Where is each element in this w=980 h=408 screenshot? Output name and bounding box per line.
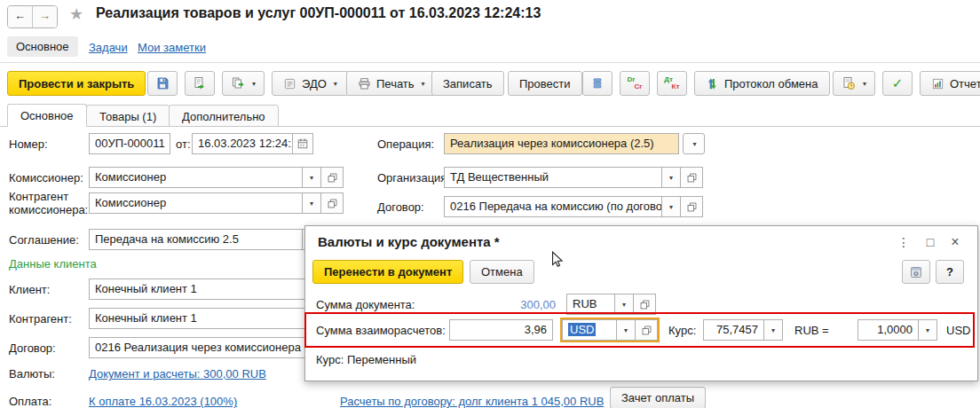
confirm-button[interactable]: ✓: [882, 71, 913, 96]
settlement-currency-focus-ring: USD ▾: [560, 318, 660, 342]
favorite-star-icon[interactable]: ★: [69, 4, 83, 24]
commissioner-counterparty-group: Комиссионер ▾: [89, 192, 344, 214]
drcr-entries-button[interactable]: Dr Cr: [620, 71, 650, 96]
settlement-currency-dropdown-button[interactable]: ▾: [616, 319, 636, 341]
cancel-button[interactable]: Отмена: [470, 260, 534, 284]
exchange-arrows-icon: [706, 77, 719, 90]
settlement-currency-select[interactable]: USD: [562, 319, 617, 341]
post-document-button[interactable]: [185, 71, 215, 96]
date-input[interactable]: 16.03.2023 12:24:13: [192, 133, 293, 154]
reports-button[interactable]: Отчеты: [920, 71, 980, 96]
rate-type-text: Курс: Переменный: [316, 353, 416, 366]
exchange-protocol-button[interactable]: Протокол обмена: [694, 71, 830, 96]
forward-button[interactable]: →: [33, 6, 57, 27]
commissioner-counterparty-open-button[interactable]: [320, 192, 344, 214]
organization-input[interactable]: ТД Вещественный: [444, 167, 662, 188]
help-button[interactable]: ?: [936, 260, 964, 284]
rate-input[interactable]: 75,7457: [703, 319, 764, 341]
operation-label: Операция:: [377, 137, 434, 151]
doc-currency-select[interactable]: RUB: [566, 294, 615, 315]
transfer-to-document-button[interactable]: Перенести в документ: [312, 260, 463, 284]
tab-main[interactable]: Основное: [7, 104, 87, 127]
tab-additional[interactable]: Дополнительно: [169, 105, 279, 127]
payment-label: Оплата:: [9, 395, 51, 408]
doc-amount-value: 300,00: [467, 298, 556, 311]
nav-tab-tasks[interactable]: Задачи: [89, 41, 128, 54]
reports-label: Отчеты: [950, 77, 980, 90]
create-based-on-button[interactable]: ▾: [222, 71, 265, 96]
number-input[interactable]: 00УП-000011: [89, 133, 170, 154]
print-menu-button[interactable]: Печать ▾: [346, 71, 437, 96]
edo-label: ЭДО: [302, 77, 327, 90]
dtkt-entries-button[interactable]: Дт Кт: [657, 71, 687, 96]
register-list-icon: [590, 76, 605, 90]
payment-link[interactable]: К оплате 16.03.2023 (100%): [89, 395, 237, 408]
settlement-currency-open-button[interactable]: [635, 319, 658, 341]
check-icon: ✓: [892, 75, 904, 91]
dialog-title: Валюты и курс документа *: [318, 234, 500, 249]
save-button[interactable]: [147, 71, 178, 96]
organization-dropdown-button[interactable]: ▾: [661, 167, 681, 188]
form-settings-button[interactable]: [902, 260, 930, 284]
contract-left-label: Договор:: [9, 341, 56, 355]
commissioner-input[interactable]: Комиссионер: [89, 167, 303, 188]
floppy-icon: [155, 76, 170, 90]
number-label: Номер:: [9, 137, 48, 151]
rate-unit-dropdown-button[interactable]: ▾: [918, 319, 937, 341]
report-chart-icon: [931, 77, 944, 90]
contract-right-input[interactable]: 0216 Передача на комиссию (по договора: [444, 196, 662, 217]
rate-unit-input[interactable]: 1,0000: [858, 319, 919, 341]
date-label: от:: [176, 137, 191, 151]
form-settings-icon: [909, 265, 923, 279]
chevron-down-icon: ▾: [422, 80, 425, 88]
post-and-close-button[interactable]: Провести и закрыть: [7, 71, 146, 96]
settlement-amount-label: Сумма взаиморасчетов:: [316, 324, 446, 337]
chevron-down-icon: ▾: [692, 140, 696, 148]
contract-right-dropdown-button[interactable]: ▾: [661, 196, 681, 217]
doc-currency-group: RUB ▾: [566, 294, 656, 315]
dialog-close-button[interactable]: ×: [944, 233, 966, 251]
post-button[interactable]: Провести: [508, 71, 582, 96]
dialog-menu-button[interactable]: ⋮: [893, 233, 914, 251]
client-input[interactable]: Конечный клиент 1: [89, 279, 320, 300]
chevron-down-icon: ▾: [252, 80, 256, 88]
tab-goods[interactable]: Товары (1): [86, 105, 170, 127]
commissioner-open-button[interactable]: [320, 167, 344, 188]
nav-tab-notes[interactable]: Мои заметки: [138, 41, 206, 54]
settlement-amount-input[interactable]: 3,96: [449, 319, 553, 341]
contract-left-input[interactable]: 0216 Реализация через комиссионера (п: [89, 337, 320, 358]
write-button[interactable]: Записать: [431, 71, 504, 96]
contract-right-open-button[interactable]: [680, 196, 703, 217]
edo-icon: [283, 77, 296, 90]
organization-open-button[interactable]: [680, 167, 703, 188]
settlements-link[interactable]: Расчеты по договору: долг клиента 1 045,…: [340, 395, 604, 408]
operation-dropdown-button[interactable]: ▾: [683, 133, 705, 154]
scheduled-docs-button[interactable]: ▾: [833, 71, 875, 96]
commissioner-counterparty-input[interactable]: Комиссионер: [89, 192, 303, 214]
payment-offset-button[interactable]: Зачет оплаты: [610, 387, 706, 408]
rate-dropdown-button[interactable]: ▾: [763, 319, 783, 341]
nav-tab-main[interactable]: Основное: [7, 36, 78, 57]
rate-unit-currency-label: USD: [946, 324, 970, 337]
calendar-button[interactable]: [292, 133, 313, 154]
history-nav-group: ← →: [7, 5, 58, 28]
doc-currency-open-button[interactable]: [633, 294, 656, 315]
open-link-icon: [327, 172, 338, 184]
register-records-button[interactable]: [582, 71, 612, 96]
commissioner-dropdown-button[interactable]: ▾: [302, 167, 321, 188]
dialog-maximize-button[interactable]: □: [920, 233, 941, 251]
open-link-icon: [641, 325, 652, 336]
dtkt-icon: Дт Кт: [664, 76, 680, 90]
open-link-icon: [686, 201, 698, 213]
currencies-label: Валюты:: [9, 367, 55, 381]
counterparty-input[interactable]: Конечный клиент 1: [89, 308, 320, 329]
agreement-input[interactable]: Передача на комиссию 2.5: [89, 229, 303, 250]
commissioner-counterparty-dropdown-button[interactable]: ▾: [302, 192, 321, 214]
edo-menu-button[interactable]: ЭДО ▾: [272, 71, 349, 96]
doc-currency-dropdown-button[interactable]: ▾: [614, 294, 634, 315]
print-label: Печать: [376, 77, 415, 90]
back-button[interactable]: ←: [8, 6, 33, 27]
operation-select[interactable]: Реализация через комиссионера (2.5): [444, 133, 679, 154]
currencies-link[interactable]: Документ и расчеты: 300,00 RUB: [89, 367, 266, 381]
rate-unit-group: 1,0000 ▾: [858, 319, 937, 341]
